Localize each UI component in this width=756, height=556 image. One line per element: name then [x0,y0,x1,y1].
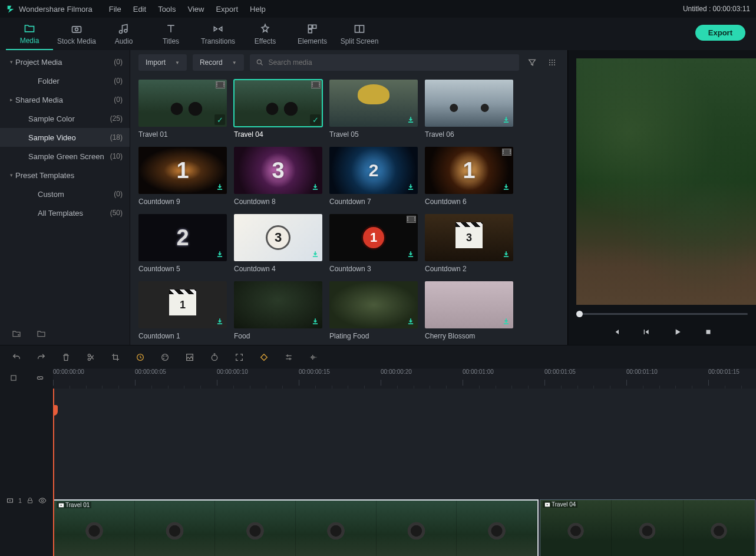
playhead[interactable] [53,389,54,556]
download-icon[interactable] [214,249,225,259]
green-screen-button[interactable] [184,351,196,363]
play-button[interactable] [671,325,684,338]
prev-frame-button[interactable] [610,325,623,338]
undo-button[interactable] [11,351,22,363]
stop-button[interactable] [702,325,715,338]
download-icon[interactable] [405,114,416,125]
media-item[interactable]: 1Countdown 6 [425,147,513,206]
new-folder-icon[interactable] [12,329,21,340]
download-icon[interactable] [310,182,321,192]
media-thumbnail[interactable]: 1 [138,147,227,194]
media-thumbnail[interactable]: 1 [329,214,418,261]
download-icon[interactable] [214,182,225,192]
download-icon[interactable] [405,316,416,327]
audio-button[interactable] [308,351,319,363]
sidebar-item-folder[interactable]: Folder(0) [0,71,130,90]
timeline-ruler[interactable]: 00:00:00:0000:00:00:0500:00:00:1000:00:0… [53,369,756,389]
sidebar-item-shared-media[interactable]: ▸Shared Media(0) [0,90,130,109]
timeline-clip[interactable]: Travel 01 [53,499,539,556]
menu-file[interactable]: File [108,2,123,16]
download-icon[interactable] [501,249,511,259]
media-item[interactable]: 2Countdown 5 [138,214,227,273]
import-dropdown[interactable]: Import▼ [138,54,187,71]
download-icon[interactable] [310,249,321,259]
filter-icon[interactable] [525,55,539,70]
tab-split-screen[interactable]: Split Screen [336,18,383,50]
tab-elements[interactable]: Elements [289,18,336,50]
download-icon[interactable] [501,114,511,125]
sidebar-item-sample-video[interactable]: Sample Video(18) [0,128,130,147]
sidebar-item-sample-green-screen[interactable]: Sample Green Screen(10) [0,147,130,166]
download-icon[interactable] [405,182,416,192]
tab-media[interactable]: Media [6,18,53,50]
step-back-button[interactable] [641,325,653,338]
download-icon[interactable] [501,182,511,192]
record-dropdown[interactable]: Record▼ [193,54,244,71]
menu-view[interactable]: View [186,2,205,16]
sidebar-item-project-media[interactable]: ▾Project Media(0) [0,52,130,71]
link-tool-icon[interactable] [36,374,44,384]
keyframe-button[interactable] [258,351,270,363]
folder-icon[interactable] [37,329,46,340]
media-thumbnail[interactable]: 3 [234,147,322,194]
tab-transitions[interactable]: Transitions [194,18,242,50]
video-track-header[interactable]: 1 [0,471,53,530]
tab-stock-media[interactable]: Stock Media [53,18,100,50]
menu-help[interactable]: Help [249,2,267,16]
media-thumbnail[interactable]: 1 [138,281,227,328]
media-thumbnail[interactable]: 3 [234,214,322,261]
media-item[interactable]: 1Countdown 3 [329,214,418,273]
menu-tools[interactable]: Tools [157,2,177,16]
crop-button[interactable] [110,351,121,363]
tab-titles[interactable]: Titles [147,18,194,50]
adjust-button[interactable] [283,351,295,363]
duration-button[interactable] [209,351,220,363]
media-thumbnail[interactable] [329,281,418,328]
media-thumbnail[interactable]: ✓ [138,80,227,127]
media-item[interactable]: Travel 05 [329,80,418,139]
media-item[interactable]: ✓Travel 01 [138,80,227,139]
media-item[interactable]: 3Countdown 4 [234,214,322,273]
search-media[interactable] [250,54,519,71]
color-button[interactable] [159,351,171,363]
scrub-handle[interactable] [576,311,583,317]
export-button[interactable]: Export [695,25,745,41]
media-item[interactable]: 2Countdown 7 [329,147,418,206]
media-thumbnail[interactable]: 2 [329,147,418,194]
media-thumbnail[interactable] [425,281,513,328]
tracks-body[interactable]: Travel 01Travel 04 [53,389,756,556]
media-thumbnail[interactable] [329,80,418,127]
media-thumbnail[interactable]: 2 [138,214,227,261]
media-item[interactable]: 1Countdown 9 [138,147,227,206]
media-item[interactable]: Food [234,281,322,340]
media-item[interactable]: 3Countdown 8 [234,147,322,206]
sidebar-item-custom[interactable]: Custom(0) [0,185,130,203]
marker-tool-icon[interactable] [9,374,18,384]
media-item[interactable]: ✓Travel 04 [234,80,322,139]
sidebar-item-preset-templates[interactable]: ▾Preset Templates [0,166,130,185]
media-thumbnail[interactable]: ✓ [234,80,322,127]
eye-icon[interactable] [38,496,47,505]
expand-button[interactable] [233,351,245,363]
delete-button[interactable] [60,351,72,363]
media-item[interactable]: Travel 06 [425,80,513,139]
media-item[interactable]: 3Countdown 2 [425,214,513,273]
download-icon[interactable] [501,316,511,327]
download-icon[interactable] [310,316,321,327]
media-thumbnail[interactable] [425,80,513,127]
timeline-clip[interactable]: Travel 04 [540,499,755,556]
media-item[interactable]: 1Countdown 1 [138,281,227,340]
media-item[interactable]: Cherry Blossom [425,281,513,340]
download-icon[interactable] [405,249,416,259]
search-input[interactable] [269,58,513,67]
download-icon[interactable] [214,316,225,327]
lock-icon[interactable] [27,497,34,504]
menu-export[interactable]: Export [214,2,239,16]
sidebar-item-sample-color[interactable]: Sample Color(25) [0,109,130,128]
media-item[interactable]: Plating Food [329,281,418,340]
media-thumbnail[interactable]: 3 [425,214,513,261]
media-thumbnail[interactable] [234,281,322,328]
split-button[interactable] [85,351,97,363]
menu-edit[interactable]: Edit [132,2,147,16]
sidebar-item-all-templates[interactable]: All Templates(50) [0,203,130,222]
